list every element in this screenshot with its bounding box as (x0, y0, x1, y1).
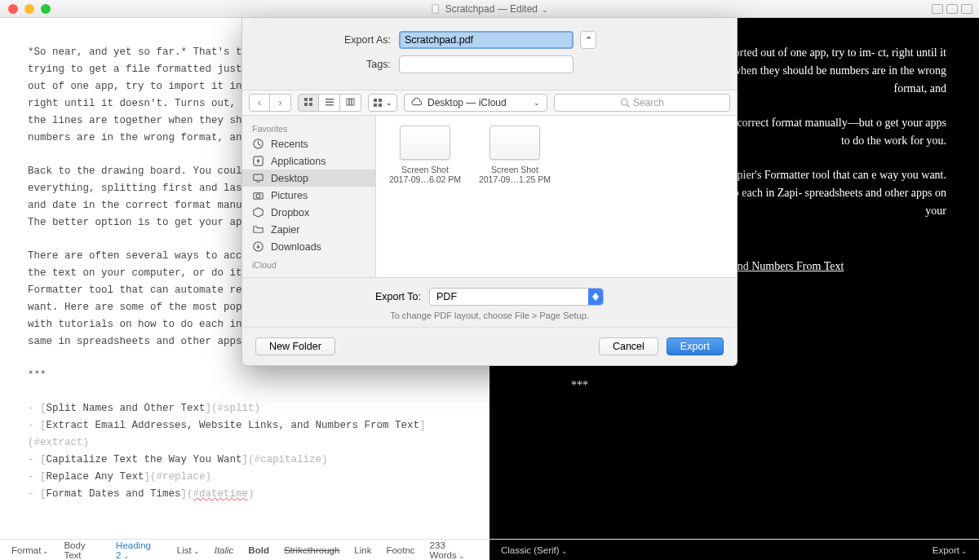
svg-line-16 (627, 104, 629, 107)
svg-rect-7 (326, 104, 334, 106)
tags-label: Tags: (262, 59, 399, 70)
close-window-button[interactable] (8, 4, 18, 14)
export-button[interactable]: Export (667, 337, 724, 355)
svg-rect-13 (374, 104, 377, 107)
sidebar-item-label: Downloads (271, 241, 321, 253)
svg-rect-10 (352, 99, 354, 105)
export-hint: To change PDF layout, choose File > Page… (262, 311, 717, 320)
window-title: Scratchpad — Edited ⌄ (445, 3, 549, 15)
footnote-button[interactable]: Footnc (386, 545, 414, 555)
list-view-button[interactable] (319, 94, 340, 112)
svg-rect-4 (309, 103, 312, 106)
file-item[interactable]: Screen Shot2017-09…1.25 PM (476, 126, 554, 184)
search-field[interactable]: Search (554, 94, 730, 112)
back-button[interactable]: ‹ (249, 94, 270, 112)
app-icon (252, 155, 264, 167)
minimize-window-button[interactable] (24, 4, 34, 14)
layout-button-1[interactable] (932, 4, 943, 14)
forward-button[interactable]: › (270, 94, 291, 112)
icloud-header: iCloud (242, 255, 375, 271)
clock-icon (252, 138, 264, 150)
markdown-link-line: - [Format Dates and Times](#datetime) (28, 486, 462, 503)
svg-rect-3 (304, 103, 308, 106)
export-format-value: PDF (436, 291, 457, 302)
cloud-icon (411, 97, 423, 108)
file-date: 2017-09…1.25 PM (476, 174, 554, 184)
word-count: 233 Words⌄ (430, 540, 478, 560)
export-as-label: Export As: (262, 34, 399, 46)
export-to-label: Export To: (375, 291, 421, 302)
format-menu[interactable]: Format⌄ (11, 545, 49, 555)
expand-collapse-button[interactable]: ⌃ (580, 31, 596, 49)
download-icon (252, 240, 264, 253)
sidebar-item-label: Dropbox (271, 207, 309, 218)
file-thumbnail (400, 126, 450, 160)
location-label: Desktop — iCloud (427, 97, 507, 108)
search-icon (620, 98, 630, 108)
traffic-lights (8, 4, 51, 14)
file-date: 2017-09…6.02 PM (386, 174, 464, 184)
sidebar-item-dropbox[interactable]: Dropbox (242, 204, 375, 221)
svg-rect-5 (326, 99, 334, 100)
export-format-select[interactable]: PDF (429, 288, 604, 306)
sidebar-item-applications[interactable]: Applications (242, 152, 375, 170)
tags-input[interactable] (399, 55, 574, 73)
svg-rect-14 (379, 104, 382, 107)
svg-rect-0 (432, 4, 439, 13)
box-icon (252, 206, 264, 218)
column-view-button[interactable] (340, 94, 361, 112)
file-thumbnail (490, 126, 540, 160)
bold-button[interactable]: Bold (248, 545, 269, 555)
layout-button-2[interactable] (946, 4, 958, 14)
layout-button-3[interactable] (961, 4, 972, 14)
file-item[interactable]: Screen Shot2017-09…6.02 PM (386, 126, 464, 184)
sidebar-item-label: Desktop (271, 173, 308, 184)
finder-sidebar: Favorites RecentsApplicationsDesktopPict… (242, 116, 376, 277)
theme-menu[interactable]: Classic (Serif)⌄ (501, 545, 568, 555)
sidebar-item-recents[interactable]: Recents (242, 135, 375, 152)
markdown-link-line: - [Capitalize Text the Way You Want](#ca… (28, 452, 462, 469)
file-name: Screen Shot (386, 165, 464, 174)
sidebar-item-label: Pictures (271, 190, 308, 201)
icon-view-button[interactable] (298, 94, 319, 112)
location-popup[interactable]: Desktop — iCloud ⌄ (404, 94, 547, 112)
arrange-button[interactable]: ⌄ (368, 94, 397, 112)
cancel-button[interactable]: Cancel (599, 337, 658, 355)
svg-rect-11 (374, 99, 377, 102)
svg-point-15 (621, 99, 627, 106)
sidebar-item-label: Zapier (271, 224, 299, 236)
favorites-header: Favorites (242, 119, 375, 135)
strike-button[interactable]: Strikethrough (284, 545, 339, 555)
export-sheet: Export As: ⌃ Tags: ‹ › ⌄ Desk (241, 18, 738, 366)
sidebar-item-downloads[interactable]: Downloads (242, 238, 375, 255)
markdown-link-line: - [Replace Any Text](#replace) (28, 469, 462, 486)
sidebar-item-desktop[interactable]: Desktop (242, 170, 375, 187)
new-folder-button[interactable]: New Folder (255, 337, 335, 355)
export-menu[interactable]: Export⌄ (932, 545, 968, 555)
folder-icon (252, 223, 264, 236)
heading-menu[interactable]: Heading 2⌄ (116, 540, 162, 560)
list-menu[interactable]: List⌄ (177, 545, 200, 555)
italic-button[interactable]: Italic (215, 545, 234, 555)
sidebar-item-label: Applications (271, 156, 326, 167)
file-browser-area[interactable]: Screen Shot2017-09…6.02 PMScreen Shot201… (376, 116, 737, 277)
preview-statusbar: Classic (Serif)⌄ Export⌄ (490, 540, 979, 560)
nav-buttons: ‹ › (249, 94, 291, 112)
svg-rect-12 (379, 99, 382, 102)
style-menu[interactable]: Body Text (64, 540, 101, 560)
window-titlebar: Scratchpad — Edited ⌄ (0, 0, 979, 18)
search-placeholder: Search (633, 97, 664, 108)
sidebar-item-zapier[interactable]: Zapier (242, 221, 375, 238)
sidebar-item-pictures[interactable]: Pictures (242, 187, 375, 204)
svg-rect-2 (309, 98, 312, 101)
file-name: Screen Shot (476, 165, 554, 174)
maximize-window-button[interactable] (41, 4, 51, 14)
link-button[interactable]: Link (354, 545, 371, 555)
svg-rect-1 (304, 98, 308, 101)
select-arrows-icon (588, 289, 603, 305)
editor-statusbar: Format⌄ Body Text Heading 2⌄ List⌄ Itali… (0, 540, 490, 560)
export-as-input[interactable] (399, 31, 574, 49)
svg-rect-6 (326, 101, 334, 103)
markdown-link-line: - [Split Names and Other Text](#split) (28, 400, 462, 417)
markdown-link-line: - [Extract Email Addresses, Website Link… (28, 417, 462, 452)
